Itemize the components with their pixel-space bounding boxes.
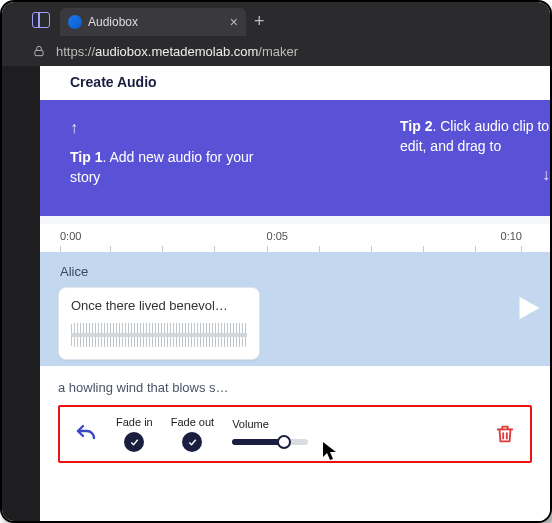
- tip1-label: Tip 1: [70, 149, 102, 165]
- browser-chrome: Audiobox × + https://audiobox.metademola…: [2, 2, 550, 66]
- url-path: /maker: [258, 44, 298, 59]
- track-name: Alice: [60, 264, 532, 279]
- lock-icon: [32, 44, 46, 58]
- fade-out-label: Fade out: [171, 416, 214, 428]
- tab-title: Audiobox: [88, 15, 224, 29]
- slider-knob[interactable]: [277, 435, 291, 449]
- undo-button[interactable]: [74, 422, 98, 446]
- url-text: https://audiobox.metademolab.com/maker: [56, 44, 298, 59]
- page-title: Create Audio: [40, 66, 550, 100]
- favicon-icon: [68, 15, 82, 29]
- time-mark: 0:10: [501, 230, 522, 242]
- svg-rect-0: [35, 50, 43, 55]
- fade-out-toggle[interactable]: Fade out: [171, 416, 214, 452]
- url-host: audiobox.metademolab.com: [95, 44, 258, 59]
- sidebar-toggle-icon[interactable]: [32, 12, 50, 28]
- volume-control[interactable]: Volume: [232, 418, 308, 450]
- mouse-cursor-icon: [322, 441, 338, 461]
- delete-button[interactable]: [494, 423, 518, 447]
- address-bar[interactable]: https://audiobox.metademolab.com/maker: [2, 36, 550, 66]
- waveform-icon: [71, 323, 247, 347]
- fade-in-label: Fade in: [116, 416, 153, 428]
- close-tab-icon[interactable]: ×: [230, 14, 238, 30]
- arrow-up-icon: ↑: [70, 116, 286, 139]
- sfx-description: a howling wind that blows s…: [58, 380, 532, 395]
- arrow-down-icon: ↓: [400, 163, 550, 186]
- tip-2: Tip 2. Click audio clip to edit, and dra…: [400, 116, 550, 186]
- track-lane: Alice Once there lived benevol…: [40, 252, 550, 366]
- fade-in-toggle[interactable]: Fade in: [116, 416, 153, 452]
- check-icon: [124, 432, 144, 452]
- clip-text: Once there lived benevol…: [71, 298, 247, 313]
- app-content: Create Audio ↑ Tip 1. Add new audio for …: [40, 66, 550, 521]
- sfx-editor: a howling wind that blows s… Fade in Fad…: [40, 366, 550, 481]
- time-ruler[interactable]: 0:00 0:05 0:10: [40, 224, 550, 252]
- play-button[interactable]: [506, 286, 550, 330]
- clip-edit-toolbar: Fade in Fade out Volume: [58, 405, 532, 463]
- volume-label: Volume: [232, 418, 269, 430]
- timeline: 0:00 0:05 0:10 Alice: [40, 216, 550, 481]
- time-mark: 0:00: [60, 230, 81, 242]
- new-tab-button[interactable]: +: [254, 11, 265, 32]
- volume-slider[interactable]: [232, 434, 308, 450]
- screenshot-frame: Audiobox × + https://audiobox.metademola…: [0, 0, 552, 523]
- audio-clip[interactable]: Once there lived benevol…: [58, 287, 260, 360]
- check-icon: [182, 432, 202, 452]
- time-mark: 0:05: [267, 230, 288, 242]
- tips-banner: ↑ Tip 1. Add new audio for your story Ti…: [40, 100, 550, 216]
- browser-tab[interactable]: Audiobox ×: [60, 8, 246, 36]
- tip-1: ↑ Tip 1. Add new audio for your story: [70, 116, 286, 200]
- tip2-label: Tip 2: [400, 118, 432, 134]
- browser-side-strip: [2, 66, 40, 521]
- url-prefix: https://: [56, 44, 95, 59]
